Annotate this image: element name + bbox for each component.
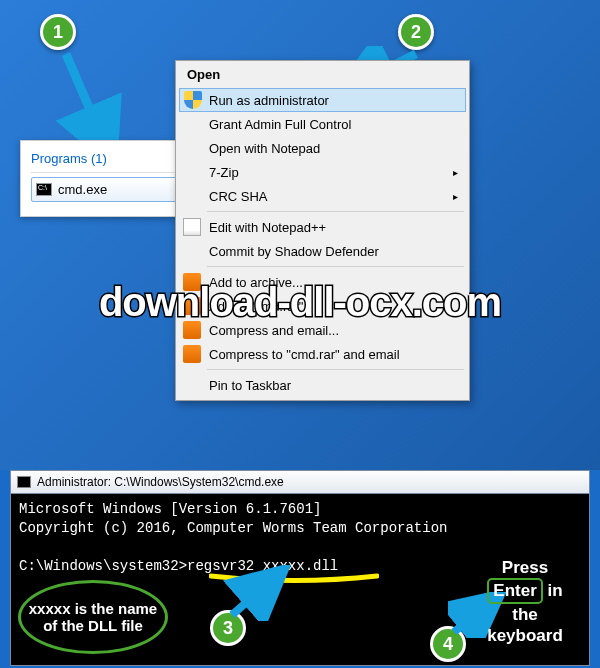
menu-grant-admin[interactable]: Grant Admin Full Control [179,112,466,136]
dll-note-text: xxxxx is the name of the DLL file [21,600,165,635]
archive-icon [183,345,201,363]
cmd-line: Copyright (c) 2016, Computer Worms Team … [19,519,581,538]
cmd-title-text: Administrator: C:\Windows\System32\cmd.e… [37,475,284,489]
cmd-titlebar: Administrator: C:\Windows\System32\cmd.e… [10,470,590,494]
cmd-blank [19,538,581,557]
menu-item-label: Compress to "cmd.rar" and email [209,347,400,362]
cmd-icon [36,183,52,196]
menu-item-label: Grant Admin Full Control [209,117,351,132]
menu-separator [207,266,464,267]
yellow-underline [209,570,379,580]
dll-note-oval: xxxxx is the name of the DLL file [18,580,168,654]
menu-commit-shadow[interactable]: Commit by Shadow Defender [179,239,466,263]
menu-7zip[interactable]: 7-Zip ▸ [179,160,466,184]
menu-compress-cmd-email[interactable]: Compress to "cmd.rar" and email [179,342,466,366]
menu-open-notepad[interactable]: Open with Notepad [179,136,466,160]
menu-run-as-admin[interactable]: Run as administrator [179,88,466,112]
cmd-title-icon [17,476,31,488]
badge-4: 4 [430,626,466,662]
menu-edit-npp[interactable]: Edit with Notepad++ [179,215,466,239]
submenu-arrow-icon: ▸ [453,167,458,178]
cmd-line: Microsoft Windows [Version 6.1.7601] [19,500,581,519]
menu-item-label: CRC SHA [209,189,268,204]
press-label: Press [470,557,580,578]
enter-key-box: Enter [487,578,542,603]
menu-item-label: Open with Notepad [209,141,320,156]
menu-item-label: Run as administrator [209,93,329,108]
badge-3: 3 [210,610,246,646]
menu-header: Open [179,64,466,88]
menu-item-label: Pin to Taskbar [209,378,291,393]
press-enter-note: Press Enter in the keyboard [470,557,580,646]
badge-2: 2 [398,14,434,50]
menu-item-label: Commit by Shadow Defender [209,244,379,259]
menu-separator [207,211,464,212]
context-menu: Open Run as administrator Grant Admin Fu… [175,60,470,401]
badge-1: 1 [40,14,76,50]
notepad-icon [183,218,201,236]
submenu-arrow-icon: ▸ [453,191,458,202]
menu-item-label: Edit with Notepad++ [209,220,326,235]
menu-crc-sha[interactable]: CRC SHA ▸ [179,184,466,208]
menu-pin-taskbar[interactable]: Pin to Taskbar [179,373,466,397]
watermark-text: download-dll-ocx.com [0,280,600,325]
shield-icon [184,91,202,109]
menu-separator [207,369,464,370]
menu-item-label: 7-Zip [209,165,239,180]
program-item-label: cmd.exe [58,182,107,197]
